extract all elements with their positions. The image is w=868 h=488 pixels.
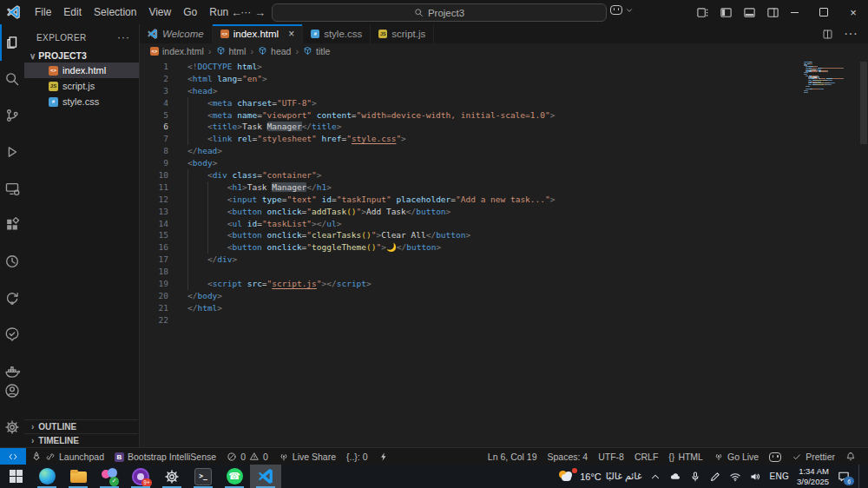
code-editor[interactable]: 1<!DOCTYPE html>2<html lang="en">3<head>… <box>140 58 868 447</box>
taskbar-store-button[interactable]: ✓ <box>94 465 125 488</box>
status-bootstrap-intellisense[interactable]: BBootstrap IntelliSense <box>109 448 221 465</box>
code-line-11[interactable]: 11 <h1>Task Manager</h1> <box>140 181 868 194</box>
clock[interactable]: 1:34 AM 3/9/2025 <box>797 466 829 487</box>
timeline-section[interactable]: › TIMELINE <box>24 433 138 447</box>
taskbar-terminal-button[interactable]: >_ <box>187 465 219 488</box>
code-line-8[interactable]: 8</head> <box>140 145 868 157</box>
tab-welcome[interactable]: Welcome <box>140 24 213 43</box>
taskbar-file-explorer-button[interactable] <box>62 465 94 488</box>
status-language-mode[interactable]: {}HTML <box>663 448 708 465</box>
status-problems[interactable]: 00 <box>221 448 273 465</box>
editor-more-actions-icon[interactable]: ··· <box>844 26 858 42</box>
taskbar-whatsapp-button[interactable]: ☎ <box>219 465 250 488</box>
language-indicator[interactable]: ENG <box>769 472 789 481</box>
status-live-share[interactable]: Live Share <box>273 448 341 465</box>
action-center-icon[interactable]: 6 <box>837 470 851 483</box>
taskbar-settings-button[interactable] <box>156 465 187 488</box>
code-line-7[interactable]: 7 <link rel="stylesheet" href="style.css… <box>140 133 868 145</box>
activity-settings-icon[interactable] <box>0 409 24 445</box>
taskbar-vscode-button[interactable] <box>250 465 281 488</box>
wifi-icon[interactable] <box>729 471 741 483</box>
tray-expand-icon[interactable] <box>649 471 661 483</box>
close-button[interactable]: × <box>838 0 868 24</box>
toggle-primary-sidebar-icon[interactable] <box>720 6 733 19</box>
code-line-5[interactable]: 5 <meta name="viewport" content="width=d… <box>140 109 868 122</box>
pen-icon[interactable] <box>709 471 721 483</box>
back-arrow-icon[interactable]: ← <box>231 6 242 19</box>
status-prettier[interactable]: Prettier <box>786 448 840 465</box>
menu-go[interactable]: Go <box>177 6 203 18</box>
toggle-panel-icon[interactable] <box>743 6 756 19</box>
tab-index-html[interactable]: <>index.html× <box>213 24 303 43</box>
status-encoding[interactable]: UTF-8 <box>593 448 629 465</box>
activity-explorer-icon[interactable] <box>0 24 24 61</box>
weather-widget[interactable]: 16°C غائم غالبًا <box>558 470 641 484</box>
code-line-1[interactable]: 1<!DOCTYPE html> <box>140 61 868 73</box>
code-line-4[interactable]: 4 <meta charset="UTF-8"> <box>140 97 868 109</box>
tab-style-css[interactable]: #style.css <box>303 24 371 43</box>
status-symbol-count[interactable]: {..}: 0 <box>341 448 373 465</box>
code-line-2[interactable]: 2<html lang="en"> <box>140 73 868 85</box>
menu-file[interactable]: File <box>29 6 57 18</box>
status-go-live[interactable]: Go Live <box>708 448 764 465</box>
status-cursor-position[interactable]: Ln 6, Col 19 <box>483 448 542 465</box>
menu-edit[interactable]: Edit <box>57 6 88 18</box>
code-line-13[interactable]: 13 <button onclick="addTask()">Add Task<… <box>140 206 868 218</box>
onedrive-icon[interactable] <box>669 471 681 483</box>
taskbar-start-button[interactable] <box>0 465 31 488</box>
code-line-9[interactable]: 9<body> <box>140 157 868 169</box>
activity-approvals-icon[interactable] <box>0 316 24 353</box>
menu-selection[interactable]: Selection <box>88 6 142 18</box>
show-desktop-button[interactable] <box>858 465 863 488</box>
activity-extensions-icon[interactable] <box>0 207 24 243</box>
activity-history-icon[interactable] <box>0 243 24 280</box>
copilot-menu[interactable] <box>610 5 634 15</box>
taskbar-edge-button[interactable] <box>31 465 62 488</box>
minimap[interactable] <box>804 62 858 95</box>
code-line-18[interactable]: 18 <box>140 266 868 278</box>
code-line-6[interactable]: 6 <title>Task Manager</title> <box>140 121 868 133</box>
taskbar-media-button[interactable]: 9+ <box>125 465 156 488</box>
status-notifications[interactable] <box>840 448 861 465</box>
code-line-17[interactable]: 17 </div> <box>140 254 868 266</box>
status-launchpad[interactable]: Launchpad <box>26 448 109 465</box>
activity-source-control-icon[interactable] <box>0 97 24 134</box>
status-plug[interactable] <box>373 448 394 465</box>
microphone-icon[interactable] <box>689 471 701 483</box>
editor-scrollbar[interactable] <box>860 62 867 144</box>
volume-icon[interactable] <box>749 471 761 483</box>
code-line-14[interactable]: 14 <ul id="taskList"></ul> <box>140 218 868 230</box>
activity-run-debug-icon[interactable] <box>0 134 24 170</box>
code-line-16[interactable]: 16 <button onclick="toggleTheme()">🌙</bu… <box>140 241 868 254</box>
outline-section[interactable]: › OUTLINE <box>24 419 138 433</box>
activity-remote-explorer-icon[interactable] <box>0 170 24 207</box>
breadcrumb-html[interactable]: html <box>216 46 247 56</box>
status-eol[interactable]: CRLF <box>629 448 663 465</box>
tab-script-js[interactable]: JSscript.js <box>371 24 434 43</box>
explorer-more-icon[interactable]: ··· <box>117 31 130 43</box>
file-style.css[interactable]: #style.css <box>24 94 139 109</box>
maximize-button[interactable] <box>809 0 838 24</box>
code-line-12[interactable]: 12 <input type="text" id="taskInput" pla… <box>140 194 868 206</box>
command-center-search[interactable]: Project3 <box>272 3 607 22</box>
code-line-21[interactable]: 21</html> <box>140 302 868 314</box>
code-line-10[interactable]: 10 <div class="container"> <box>140 169 868 181</box>
code-line-19[interactable]: 19 <script src="script.js"></script> <box>140 278 868 290</box>
activity-redo-tool-icon[interactable] <box>0 280 24 316</box>
code-line-3[interactable]: 3<head> <box>140 85 868 97</box>
status-copilot[interactable] <box>764 448 786 465</box>
code-line-15[interactable]: 15 <button onclick="clearTasks()">Clear … <box>140 229 868 241</box>
breadcrumb-head[interactable]: head <box>258 46 291 56</box>
breadcrumb-title[interactable]: title <box>303 46 330 56</box>
status-indentation[interactable]: Spaces: 4 <box>542 448 593 465</box>
file-index.html[interactable]: <>index.html <box>24 63 139 78</box>
activity-search-icon[interactable] <box>0 61 24 97</box>
menu-run[interactable]: Run <box>203 6 234 18</box>
minimize-button[interactable] <box>779 0 809 24</box>
code-line-22[interactable]: 22 <box>140 314 868 326</box>
close-tab-icon[interactable]: × <box>288 29 294 39</box>
code-line-20[interactable]: 20</body> <box>140 290 868 302</box>
customize-layout-icon[interactable] <box>696 6 709 19</box>
status-remote-window[interactable] <box>0 448 26 465</box>
menu-view[interactable]: View <box>142 6 177 18</box>
